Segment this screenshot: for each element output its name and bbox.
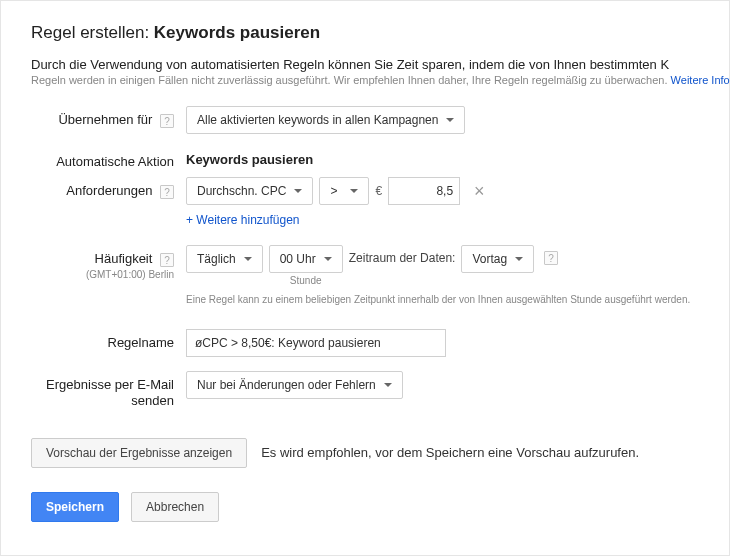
chevron-down-icon xyxy=(515,257,523,261)
note-text: Regeln werden in einigen Fällen nicht zu… xyxy=(31,74,729,86)
more-info-link[interactable]: Weitere Informat xyxy=(671,74,730,86)
chevron-down-icon xyxy=(294,189,302,193)
help-icon[interactable]: ? xyxy=(544,251,558,265)
help-icon[interactable]: ? xyxy=(160,185,174,199)
chevron-down-icon xyxy=(350,189,358,193)
rule-name-label: Regelname xyxy=(31,329,186,350)
data-range-dropdown[interactable]: Vortag xyxy=(461,245,534,273)
add-condition-link[interactable]: + Weitere hinzufügen xyxy=(186,213,300,227)
email-label: Ergebnisse per E-Mail senden xyxy=(31,371,186,410)
interval-dropdown[interactable]: Täglich xyxy=(186,245,263,273)
remove-condition-icon[interactable]: × xyxy=(470,181,489,202)
chevron-down-icon xyxy=(324,257,332,261)
apply-label: Übernehmen für ? xyxy=(31,106,186,128)
help-icon[interactable]: ? xyxy=(160,253,174,267)
requirements-label: Anforderungen ? xyxy=(31,177,186,199)
hour-dropdown[interactable]: 00 Uhr xyxy=(269,245,343,273)
chevron-down-icon xyxy=(384,383,392,387)
frequency-label: Häufigkeit ? (GMT+01:00) Berlin xyxy=(31,245,186,280)
dialog-title: Regel erstellen: Keywords pausieren xyxy=(31,23,729,43)
preview-button[interactable]: Vorschau der Ergebnisse anzeigen xyxy=(31,438,247,468)
currency-symbol: € xyxy=(375,184,382,198)
action-label: Automatische Aktion xyxy=(31,148,186,169)
email-dropdown[interactable]: Nur bei Änderungen oder Fehlern xyxy=(186,371,403,399)
action-value: Keywords pausieren xyxy=(186,148,313,167)
rule-name-input[interactable] xyxy=(186,329,446,357)
hour-sublabel: Stunde xyxy=(290,275,322,286)
metric-dropdown[interactable]: Durchschn. CPC xyxy=(186,177,313,205)
threshold-input[interactable] xyxy=(388,177,460,205)
data-range-label: Zeitraum der Daten: xyxy=(349,245,456,265)
preview-message: Es wird empfohlen, vor dem Speichern ein… xyxy=(261,445,639,460)
operator-dropdown[interactable]: > xyxy=(319,177,369,205)
frequency-note: Eine Regel kann zu einem beliebigen Zeit… xyxy=(186,294,729,305)
cancel-button[interactable]: Abbrechen xyxy=(131,492,219,522)
chevron-down-icon xyxy=(244,257,252,261)
apply-scope-dropdown[interactable]: Alle aktivierten keywords in allen Kampa… xyxy=(186,106,465,134)
chevron-down-icon xyxy=(446,118,454,122)
help-icon[interactable]: ? xyxy=(160,114,174,128)
save-button[interactable]: Speichern xyxy=(31,492,119,522)
intro-text: Durch die Verwendung von automatisierten… xyxy=(31,57,729,72)
